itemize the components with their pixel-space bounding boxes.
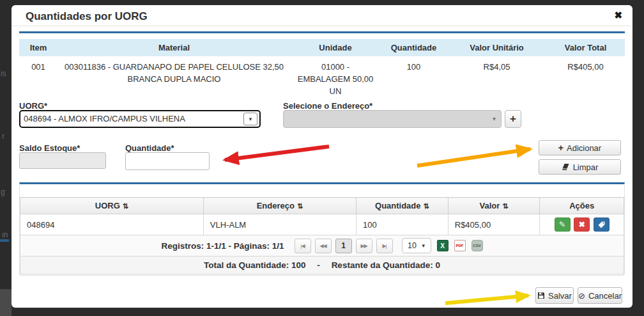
sort-icon: ⇅ bbox=[424, 202, 429, 210]
uorg-select[interactable]: 048694 - ALMOX IFRO/CAMPUS VILHENA ▾ bbox=[19, 110, 261, 128]
export-pdf-icon[interactable]: PDF bbox=[454, 240, 466, 251]
uorg-label: UORG* bbox=[19, 101, 47, 111]
backdrop-text-fragment: in bbox=[2, 230, 8, 239]
quantidade-field[interactable] bbox=[125, 152, 210, 170]
endereco-label: Selecione o Endereço* bbox=[283, 101, 372, 111]
pager-prev-button[interactable]: ◀◀ bbox=[315, 239, 332, 253]
endereco-sort-header[interactable]: Endereço⇅ bbox=[203, 198, 356, 214]
item-cell-material: 003011836 - GUARDANAPO DE PAPEL CELULOSE… bbox=[57, 56, 291, 104]
quantidades-por-uorg-modal: Quantidades por UORG ✖ Item Material Uni… bbox=[12, 5, 632, 308]
limpar-button[interactable]: Limpar bbox=[539, 159, 621, 175]
eraser-icon bbox=[562, 163, 570, 171]
sort-icon: ⇅ bbox=[123, 202, 128, 210]
saldo-estoque-label: Saldo Estoque* bbox=[19, 143, 80, 153]
row-quantidade-cell: 100 bbox=[356, 214, 448, 235]
cancelar-button-label: Cancelar bbox=[588, 291, 622, 301]
salvar-button[interactable]: Salvar bbox=[535, 287, 574, 304]
chevron-down-icon: ▾ bbox=[422, 242, 425, 249]
salvar-button-label: Salvar bbox=[548, 291, 572, 301]
quantidade-sort-header[interactable]: Quantidade⇅ bbox=[356, 198, 448, 214]
chevron-down-icon[interactable]: ▾ bbox=[243, 113, 257, 125]
items-table: Item Material Unidade Quantidade Valor U… bbox=[19, 39, 625, 104]
uorg-allocation-panel: UORG⇅ Endereço⇅ Quantidade⇅ Valor⇅ Ações bbox=[19, 182, 625, 276]
restante-quantidade-label: Restante da Quantidade: 0 bbox=[332, 260, 440, 270]
export-csv-icon[interactable]: CSV bbox=[471, 240, 483, 251]
valor-header-label: Valor bbox=[480, 201, 500, 210]
table-row: 001 003011836 - GUARDANAPO DE PAPEL CELU… bbox=[19, 56, 625, 104]
sort-icon: ⇅ bbox=[502, 202, 508, 210]
item-cell-valor-unitario: R$4,05 bbox=[447, 56, 546, 104]
uorg-select-value: 048694 - ALMOX IFRO/CAMPUS VILHENA bbox=[24, 114, 185, 123]
page-size-value: 10 bbox=[408, 241, 417, 250]
quantidade-header-label: Quantidade bbox=[375, 201, 421, 210]
saldo-estoque-field bbox=[19, 152, 106, 169]
tag-icon bbox=[597, 221, 606, 229]
valor-sort-header[interactable]: Valor⇅ bbox=[448, 198, 540, 214]
acoes-header: Ações bbox=[540, 198, 624, 214]
pencil-icon: ✎ bbox=[559, 220, 565, 229]
cancel-icon: ⊘ bbox=[578, 291, 585, 301]
row-endereco-cell: VLH-ALM bbox=[203, 214, 356, 235]
registros-label: Registros: 1-1/1 - Páginas: 1/1 bbox=[161, 241, 284, 251]
pager-next-button[interactable]: ▶▶ bbox=[356, 239, 372, 253]
row-uorg-cell: 048694 bbox=[20, 214, 204, 235]
uorg-header-label: UORG bbox=[95, 201, 120, 210]
modal-title: Quantidades por UORG bbox=[26, 10, 148, 23]
item-cell-unidade: 01000 - EMBALAGEM 50,00 UN bbox=[291, 56, 380, 104]
add-endereco-button[interactable]: + bbox=[505, 110, 521, 128]
backdrop-text-fragment: g bbox=[1, 187, 5, 196]
backdrop-text-fragment: r bbox=[2, 132, 4, 141]
pagination-row: Registros: 1-1/1 - Páginas: 1/1 |◀ ◀◀ 1 … bbox=[20, 235, 624, 257]
totals-row: Total da Quantidade: 100 - Restante da Q… bbox=[20, 257, 624, 274]
tag-button[interactable] bbox=[594, 217, 610, 232]
item-cell-quantidade: 100 bbox=[380, 56, 447, 104]
uorg-sort-header[interactable]: UORG⇅ bbox=[20, 198, 204, 214]
item-panel: Item Material Unidade Quantidade Valor U… bbox=[19, 31, 625, 180]
uorg-table-header-row: UORG⇅ Endereço⇅ Quantidade⇅ Valor⇅ Ações bbox=[20, 198, 624, 214]
item-cell-valor-total: R$405,00 bbox=[546, 56, 625, 104]
items-header-material: Material bbox=[57, 39, 291, 56]
backdrop-accent-dash bbox=[0, 239, 9, 242]
plus-icon: + bbox=[558, 143, 564, 153]
backdrop-text-fragment: is bbox=[1, 69, 6, 78]
row-valor-cell: R$405,00 bbox=[448, 214, 540, 235]
chevron-down-icon: ▾ bbox=[493, 115, 496, 122]
pager-first-button[interactable]: |◀ bbox=[295, 239, 311, 253]
table-row: 048694 VLH-ALM 100 R$405,00 ✎ ✖ bbox=[20, 214, 624, 235]
items-table-header-row: Item Material Unidade Quantidade Valor U… bbox=[19, 39, 625, 56]
backdrop-strip bbox=[0, 289, 12, 316]
x-icon: ✖ bbox=[579, 220, 585, 229]
limpar-button-label: Limpar bbox=[573, 162, 599, 172]
save-icon bbox=[537, 292, 545, 299]
items-header-valor-total: Valor Total bbox=[546, 39, 625, 56]
modal-header: Quantidades por UORG ✖ bbox=[12, 5, 632, 26]
close-icon[interactable]: ✖ bbox=[614, 10, 622, 21]
edit-button[interactable]: ✎ bbox=[555, 217, 571, 232]
sort-icon: ⇅ bbox=[297, 202, 303, 210]
adicionar-button[interactable]: + Adicionar bbox=[539, 140, 621, 155]
item-cell-item: 001 bbox=[19, 56, 57, 104]
quantidade-label: Quantidade* bbox=[125, 143, 174, 153]
page-size-select[interactable]: 10 ▾ bbox=[402, 238, 431, 253]
cancelar-button[interactable]: ⊘ Cancelar bbox=[578, 287, 622, 304]
pager-page-button[interactable]: 1 bbox=[335, 239, 352, 253]
pager-last-button[interactable]: ▶| bbox=[376, 239, 393, 253]
items-header-unidade: Unidade bbox=[291, 39, 380, 56]
row-actions-cell: ✎ ✖ bbox=[540, 214, 624, 235]
endereco-header-label: Endereço bbox=[257, 201, 295, 210]
export-excel-icon[interactable]: X bbox=[437, 240, 448, 251]
uorg-table: UORG⇅ Endereço⇅ Quantidade⇅ Valor⇅ Ações bbox=[20, 197, 624, 274]
items-header-item: Item bbox=[19, 39, 57, 56]
items-header-quantidade: Quantidade bbox=[380, 39, 447, 56]
endereco-select[interactable]: ▾ bbox=[283, 110, 502, 128]
items-header-valor-unitario: Valor Unitário bbox=[447, 39, 546, 56]
total-quantidade-label: Total da Quantidade: 100 bbox=[204, 260, 306, 270]
adicionar-button-label: Adicionar bbox=[567, 143, 601, 153]
delete-button[interactable]: ✖ bbox=[574, 217, 590, 232]
totals-separator: - bbox=[317, 260, 320, 270]
